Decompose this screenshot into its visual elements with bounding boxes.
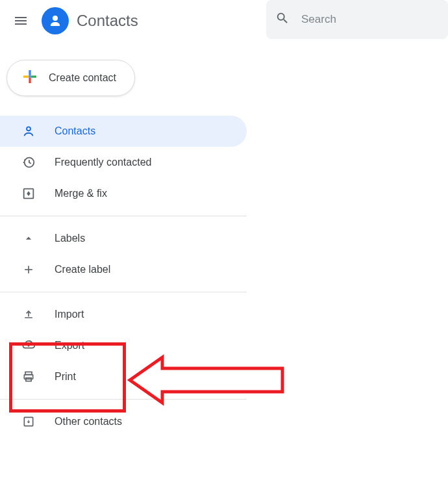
archive-icon	[21, 415, 36, 428]
sidebar-item-label: Export	[55, 340, 84, 351]
search-icon	[275, 11, 290, 28]
sidebar-item-export[interactable]: Export	[0, 330, 247, 361]
menu-button[interactable]	[5, 5, 36, 36]
sidebar-item-print[interactable]: Print	[0, 361, 247, 392]
sidebar-item-import[interactable]: Import	[0, 299, 247, 330]
cloud-download-icon	[21, 338, 36, 353]
divider	[0, 292, 247, 292]
search-placeholder: Search	[301, 13, 336, 26]
create-contact-label: Create contact	[49, 72, 116, 84]
svg-point-0	[53, 16, 58, 21]
sidebar-item-label: Print	[55, 371, 76, 383]
hamburger-icon	[13, 13, 29, 29]
sidebar-item-label: Labels	[55, 233, 85, 244]
sidebar-item-create-label[interactable]: Create label	[0, 254, 247, 285]
divider	[0, 399, 247, 400]
sidebar-item-other-contacts[interactable]: Other contacts	[0, 406, 247, 437]
upload-icon	[21, 308, 36, 321]
sidebar-item-label: Other contacts	[55, 416, 122, 427]
app-title: Contacts	[77, 12, 138, 30]
person-icon	[47, 13, 63, 29]
plus-icon	[20, 67, 40, 89]
sidebar-item-label: Import	[55, 309, 84, 320]
history-icon	[21, 155, 36, 170]
create-contact-button[interactable]: Create contact	[6, 60, 135, 96]
plus-small-icon	[21, 263, 36, 276]
contacts-icon	[21, 124, 36, 138]
sidebar-item-label: Frequently contacted	[55, 157, 151, 168]
chevron-up-icon	[21, 232, 36, 245]
divider	[0, 216, 247, 216]
sidebar-item-labels[interactable]: Labels	[0, 223, 247, 254]
sidebar-item-label: Create label	[55, 264, 110, 275]
search-box[interactable]: Search	[266, 0, 448, 39]
sidebar-item-merge[interactable]: Merge & fix	[0, 178, 247, 209]
sidebar-item-contacts[interactable]: Contacts	[0, 116, 247, 147]
print-icon	[21, 370, 36, 383]
sidebar-item-frequent[interactable]: Frequently contacted	[0, 147, 247, 178]
sidebar-item-label: Contacts	[55, 125, 95, 137]
sidebar-item-label: Merge & fix	[55, 188, 107, 199]
app-logo	[42, 7, 69, 34]
merge-icon	[21, 186, 36, 201]
svg-rect-6	[26, 378, 31, 381]
svg-point-1	[27, 127, 31, 131]
